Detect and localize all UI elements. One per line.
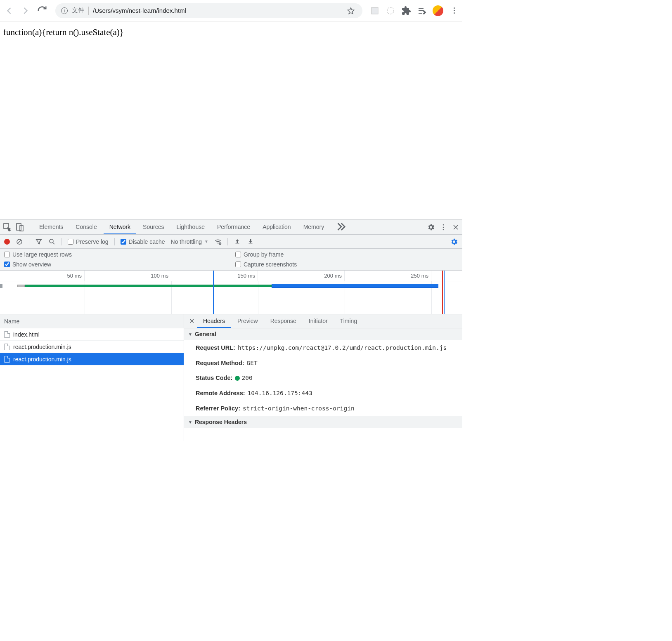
- section-general[interactable]: ▼ General: [184, 328, 462, 340]
- request-name: index.html: [13, 331, 40, 338]
- throttling-select[interactable]: No throttling ▼: [171, 238, 208, 245]
- extensions-puzzle-icon[interactable]: [401, 6, 411, 16]
- bookmark-star-icon[interactable]: [347, 7, 355, 15]
- url-bar[interactable]: i 文件 /Users/vsym/nest-learn/index.html: [55, 3, 362, 18]
- timeline-cursor[interactable]: [213, 271, 214, 314]
- show-overview-checkbox[interactable]: Show overview: [4, 261, 227, 268]
- reading-list-icon[interactable]: [417, 6, 427, 16]
- timeline-tick: 200 ms: [258, 271, 345, 281]
- kv-referrer-policy: Referrer Policy: strict-origin-when-cros…: [184, 401, 462, 416]
- kv-value: strict-origin-when-cross-origin: [243, 403, 355, 414]
- network-timeline[interactable]: 50 ms 100 ms 150 ms 200 ms 250 ms: [0, 271, 462, 314]
- record-button[interactable]: [4, 239, 10, 245]
- disable-cache-checkbox[interactable]: Disable cache: [121, 238, 165, 245]
- capture-screenshots-checkbox[interactable]: Capture screenshots: [235, 261, 458, 268]
- filter-icon[interactable]: [35, 238, 43, 245]
- timeline-tick: 250 ms: [345, 271, 431, 281]
- kv-value: 104.16.126.175:443: [248, 388, 312, 398]
- chevron-down-icon: ▼: [204, 239, 208, 244]
- tab-overflow-icon[interactable]: [331, 220, 351, 234]
- svg-point-5: [443, 224, 444, 225]
- profile-avatar[interactable]: [433, 5, 443, 16]
- svg-point-7: [443, 229, 444, 230]
- clear-button[interactable]: [16, 238, 23, 245]
- reload-button[interactable]: [36, 5, 48, 16]
- large-rows-input[interactable]: [4, 252, 10, 257]
- kv-key: Status Code:: [196, 373, 232, 383]
- preserve-log-label: Preserve log: [76, 238, 109, 245]
- detail-tab-response[interactable]: Response: [265, 314, 302, 328]
- detail-tab-initiator[interactable]: Initiator: [303, 314, 334, 328]
- network-options: Use large request rows Show overview Gro…: [0, 249, 462, 271]
- section-general-label: General: [195, 331, 216, 337]
- download-har-icon[interactable]: [247, 238, 254, 245]
- settings-gear-icon[interactable]: [427, 223, 435, 231]
- svg-point-6: [443, 226, 444, 228]
- request-row[interactable]: index.html: [0, 328, 184, 341]
- info-icon[interactable]: i: [61, 7, 68, 14]
- throttling-value: No throttling: [171, 238, 202, 245]
- detail-tab-preview[interactable]: Preview: [232, 314, 264, 328]
- toolbar-extensions: [370, 5, 459, 16]
- forward-button[interactable]: [20, 5, 31, 16]
- device-toggle-icon[interactable]: [15, 222, 25, 232]
- network-toolbar: Preserve log Disable cache No throttling…: [0, 235, 462, 249]
- separator: [227, 238, 228, 245]
- section-response-headers-label: Response Headers: [195, 419, 247, 425]
- separator: [114, 238, 115, 245]
- upload-har-icon[interactable]: [234, 238, 241, 245]
- kv-value: 200: [235, 373, 252, 383]
- kv-request-method: Request Method: GET: [184, 356, 462, 371]
- timeline-bar: [17, 285, 25, 287]
- status-dot-icon: [235, 376, 240, 381]
- request-detail: ✕ Headers Preview Response Initiator Tim…: [184, 314, 462, 441]
- browser-menu-icon[interactable]: [449, 6, 459, 16]
- search-icon[interactable]: [48, 238, 56, 245]
- kv-value: https://unpkg.com/react@17.0.2/umd/react…: [238, 343, 447, 353]
- devtools-panel: Elements Console Network Sources Lightho…: [0, 219, 462, 441]
- section-response-headers[interactable]: ▼ Response Headers: [184, 416, 462, 428]
- timeline-tick: 50 ms: [0, 271, 85, 281]
- detail-tab-timing[interactable]: Timing: [334, 314, 363, 328]
- large-rows-checkbox[interactable]: Use large request rows: [4, 251, 227, 258]
- request-row[interactable]: react.production.min.js: [0, 341, 184, 353]
- page-body-text: function(a){return n().useState(a)}: [3, 27, 124, 37]
- tab-elements[interactable]: Elements: [33, 220, 69, 234]
- tab-lighthouse[interactable]: Lighthouse: [170, 220, 211, 234]
- svg-rect-11: [235, 243, 239, 244]
- extension-icon-2[interactable]: [386, 6, 395, 16]
- list-header-name[interactable]: Name: [0, 314, 184, 328]
- back-button[interactable]: [3, 5, 15, 16]
- network-conditions-icon[interactable]: [214, 238, 222, 245]
- tab-sources[interactable]: Sources: [137, 220, 170, 234]
- detail-tab-headers[interactable]: Headers: [197, 314, 231, 328]
- timeline-tick: 100 ms: [85, 271, 171, 281]
- group-frame-checkbox[interactable]: Group by frame: [235, 251, 458, 258]
- tab-performance[interactable]: Performance: [211, 220, 256, 234]
- network-settings-gear-icon[interactable]: [450, 238, 458, 246]
- tab-console[interactable]: Console: [70, 220, 102, 234]
- disable-cache-input[interactable]: [121, 239, 126, 245]
- svg-point-9: [50, 239, 53, 243]
- show-overview-input[interactable]: [4, 262, 10, 267]
- inspect-element-icon[interactable]: [2, 222, 12, 232]
- separator: [62, 238, 62, 245]
- request-list: Name index.html react.production.min.js …: [0, 314, 184, 441]
- devtools-close-icon[interactable]: [452, 223, 460, 231]
- capture-screenshots-label: Capture screenshots: [244, 261, 297, 268]
- tab-network[interactable]: Network: [104, 220, 136, 234]
- detail-close-icon[interactable]: ✕: [187, 316, 196, 326]
- preserve-log-input[interactable]: [68, 239, 73, 245]
- disable-cache-label: Disable cache: [129, 238, 165, 245]
- devtools-menu-icon[interactable]: [439, 223, 447, 231]
- extension-icon-1[interactable]: [370, 6, 380, 16]
- group-frame-input[interactable]: [235, 252, 241, 257]
- tab-memory[interactable]: Memory: [298, 220, 330, 234]
- kv-status-code: Status Code: 200: [184, 370, 462, 386]
- preserve-log-checkbox[interactable]: Preserve log: [68, 238, 109, 245]
- request-row[interactable]: react.production.min.js: [0, 353, 184, 365]
- file-icon: [4, 331, 10, 338]
- large-rows-label: Use large request rows: [12, 251, 72, 258]
- tab-application[interactable]: Application: [257, 220, 297, 234]
- capture-screenshots-input[interactable]: [235, 262, 241, 267]
